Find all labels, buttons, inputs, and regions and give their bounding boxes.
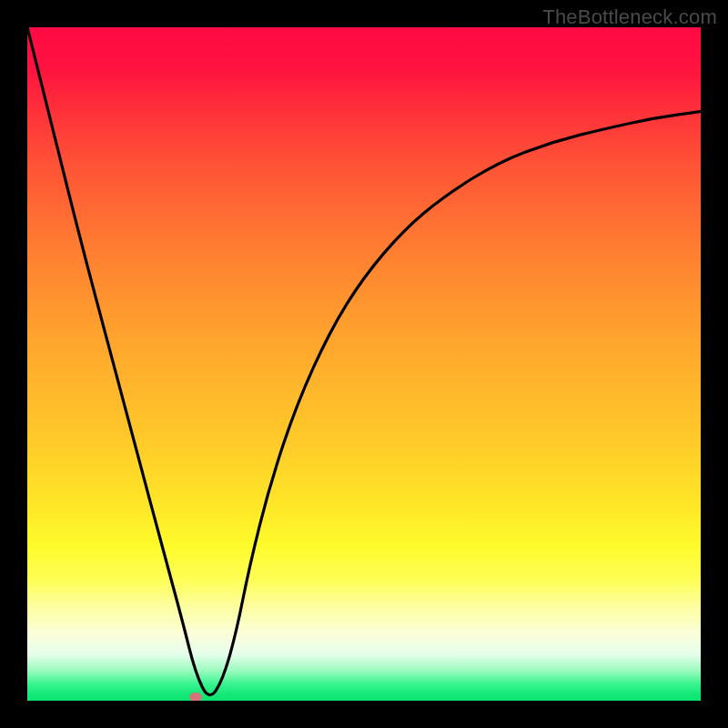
watermark-text: TheBottleneck.com [542,5,717,29]
bottleneck-curve-line [27,27,701,695]
minimum-marker [189,693,202,701]
chart-frame: TheBottleneck.com [0,0,728,728]
curve-svg [27,27,701,701]
plot-area [27,27,701,701]
